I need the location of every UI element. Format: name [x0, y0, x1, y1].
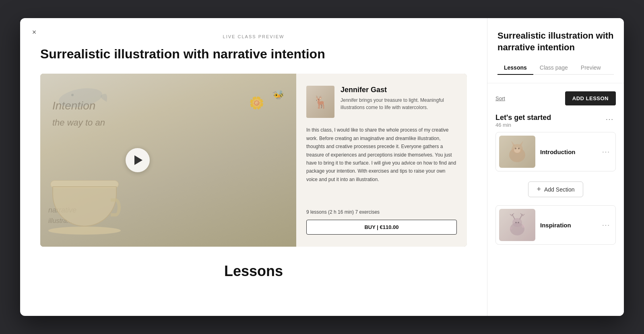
- add-section-row: + Add Section: [495, 177, 616, 201]
- section-inspiration: Inspiration ⋯: [495, 205, 616, 245]
- video-info-panel: 🦌 Jennifer Gast Jennifer brings your tre…: [296, 74, 467, 247]
- lesson-info-inspiration: Inspiration: [540, 222, 594, 229]
- buy-button[interactable]: BUY | €110.00: [306, 220, 457, 235]
- svg-point-1: [71, 94, 74, 96]
- right-header: Surrealistic illustration with narrative…: [487, 18, 624, 83]
- add-section-plus-icon: +: [537, 185, 541, 194]
- svg-point-17: [515, 222, 517, 223]
- lesson-info-introduction: Introduction: [540, 148, 594, 155]
- teacup-illustration: [48, 182, 121, 239]
- video-area: Intention the way to an narrative illust…: [40, 74, 467, 247]
- video-thumbnail[interactable]: Intention the way to an narrative illust…: [40, 74, 296, 247]
- tab-class-page[interactable]: Class page: [533, 61, 574, 75]
- tab-lessons[interactable]: Lessons: [497, 61, 533, 75]
- class-meta: 9 lessons (2 h 16 min) 7 exercises: [306, 209, 457, 215]
- svg-line-15: [522, 214, 524, 216]
- section-label: Let's get started: [495, 113, 551, 122]
- section-duration: 46 min: [495, 122, 551, 128]
- lesson-name-inspiration: Inspiration: [540, 222, 594, 229]
- avatar-deer-icon: 🦌: [306, 86, 334, 118]
- play-icon: [134, 155, 142, 165]
- lesson-thumb-inspiration-art: [499, 209, 535, 241]
- section-header: Let's get started 46 min ⋯: [495, 113, 616, 128]
- class-title: Surrealistic illustration with narrative…: [40, 46, 467, 62]
- right-content: Sort ADD LESSON Let's get started 46 min…: [487, 83, 624, 316]
- instructor-row: 🦌 Jennifer Gast Jennifer brings your tre…: [306, 86, 457, 118]
- play-button[interactable]: [126, 148, 150, 172]
- instructor-avatar: 🦌: [306, 86, 334, 118]
- lessons-heading: Lessons: [40, 263, 467, 280]
- live-class-badge: LIVE CLASS PREVIEW: [40, 34, 467, 39]
- svg-marker-5: [519, 141, 523, 146]
- lesson-name-introduction: Introduction: [540, 148, 594, 155]
- section-info: Let's get started 46 min: [495, 113, 551, 128]
- class-description: In this class, I would like to share the…: [306, 126, 457, 203]
- lesson-thumbnail-intro: [499, 136, 535, 168]
- lesson-card-introduction: Introduction ⋯: [495, 132, 616, 171]
- svg-line-12: [510, 214, 512, 216]
- sort-add-row: Sort ADD LESSON: [495, 91, 616, 105]
- lesson-thumb-intro-art: [499, 136, 535, 168]
- lesson-more-button-introduction[interactable]: ⋯: [599, 146, 612, 157]
- svg-point-10: [512, 218, 522, 227]
- svg-point-8: [518, 148, 520, 149]
- add-section-button[interactable]: + Add Section: [528, 181, 583, 197]
- svg-point-19: [522, 225, 525, 228]
- instructor-info: Jennifer Gast Jennifer brings your treas…: [341, 86, 457, 111]
- svg-marker-4: [511, 141, 515, 146]
- flower-decoration: 🌼: [249, 96, 264, 110]
- section-lets-get-started: Let's get started 46 min ⋯: [495, 113, 616, 171]
- add-section-label: Add Section: [544, 186, 575, 193]
- right-panel-title: Surrealistic illustration with narrative…: [497, 30, 614, 53]
- right-tabs: Lessons Class page Preview: [497, 61, 614, 75]
- lesson-card-inspiration: Inspiration ⋯: [495, 205, 616, 245]
- section-more-button[interactable]: ⋯: [603, 113, 616, 125]
- sort-link[interactable]: Sort: [495, 95, 505, 101]
- svg-point-0: [57, 85, 104, 110]
- add-lesson-button[interactable]: ADD LESSON: [565, 91, 616, 105]
- close-button[interactable]: ×: [28, 26, 40, 38]
- svg-point-7: [515, 148, 516, 149]
- lesson-more-button-inspiration[interactable]: ⋯: [599, 219, 612, 231]
- instructor-name: Jennifer Gast: [341, 86, 457, 94]
- left-panel: × LIVE CLASS PREVIEW Surrealistic illust…: [20, 18, 487, 316]
- modal-overlay: × LIVE CLASS PREVIEW Surrealistic illust…: [20, 18, 624, 316]
- svg-point-20: [510, 227, 512, 229]
- lesson-thumbnail-inspiration: [499, 209, 535, 241]
- tab-preview[interactable]: Preview: [574, 61, 607, 75]
- whale-illustration: [56, 82, 109, 110]
- instructor-bio: Jennifer brings your treasure to light. …: [341, 97, 457, 111]
- right-panel: Surrealistic illustration with narrative…: [487, 18, 624, 316]
- svg-point-18: [518, 222, 519, 223]
